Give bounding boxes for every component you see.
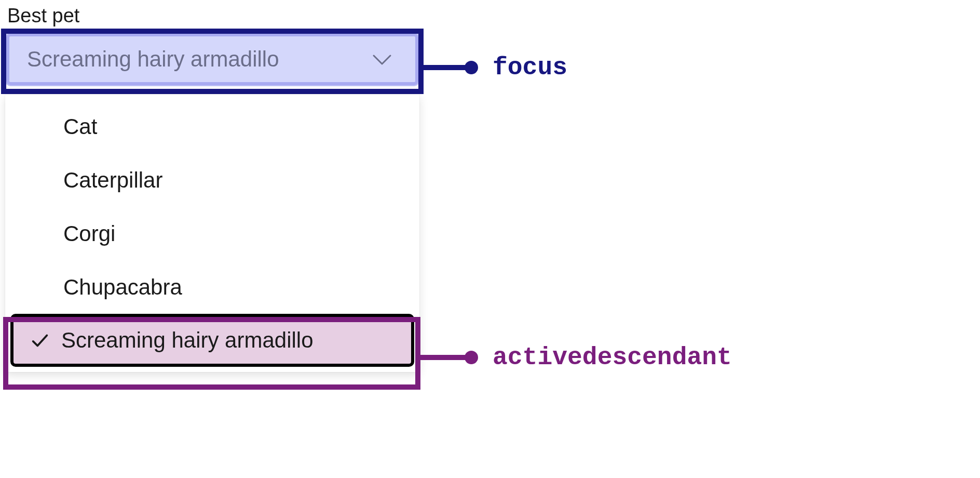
annotation-focus: focus (423, 54, 567, 82)
callout-line (419, 355, 465, 360)
annotation-activedescendant: activedescendant (419, 343, 732, 371)
listbox-popup: Cat Caterpillar Corgi Chupacabra Screami… (5, 95, 419, 372)
check-icon (30, 330, 50, 350)
option-caterpillar[interactable]: Caterpillar (5, 153, 419, 207)
option-label: Caterpillar (63, 168, 162, 193)
option-label: Corgi (63, 221, 115, 246)
option-chupacabra[interactable]: Chupacabra (5, 260, 419, 314)
option-corgi[interactable]: Corgi (5, 207, 419, 260)
chevron-down-icon (372, 51, 392, 67)
annotation-focus-label: focus (493, 54, 567, 82)
option-cat[interactable]: Cat (5, 100, 419, 153)
diagram-stage: Best pet Screaming hairy armadillo Cat C… (0, 0, 980, 478)
callout-dot-icon (465, 61, 478, 74)
option-screaming-hairy-armadillo[interactable]: Screaming hairy armadillo (10, 314, 414, 367)
combobox-selected-value: Screaming hairy armadillo (27, 47, 279, 72)
combobox-button[interactable]: Screaming hairy armadillo (5, 32, 419, 86)
annotation-activedescendant-label: activedescendant (493, 343, 732, 371)
field-label: Best pet (7, 4, 79, 28)
option-label: Cat (63, 114, 97, 139)
combobox-wrap: Screaming hairy armadillo (5, 32, 419, 86)
callout-dot-icon (465, 351, 478, 364)
callout-line (423, 65, 465, 70)
option-label: Screaming hairy armadillo (61, 328, 314, 353)
option-label: Chupacabra (63, 275, 182, 300)
